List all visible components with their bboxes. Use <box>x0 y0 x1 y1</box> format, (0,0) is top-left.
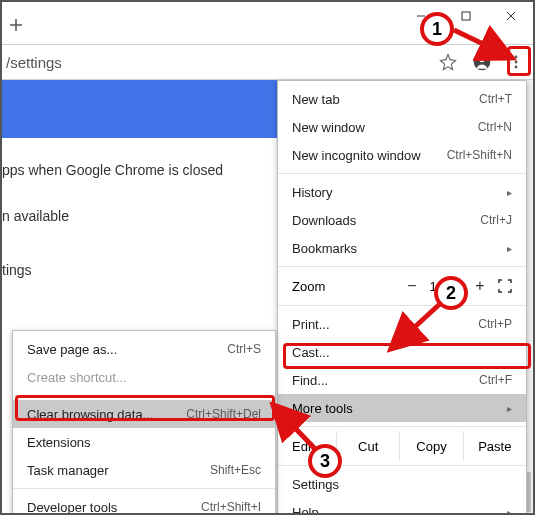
kebab-menu-icon[interactable] <box>499 54 533 70</box>
menu-separator <box>278 465 526 466</box>
svg-point-8 <box>515 56 518 59</box>
menu-history[interactable]: History <box>278 178 526 206</box>
submenu-clear-browsing-data[interactable]: Clear browsing data...Ctrl+Shift+Del <box>13 400 275 428</box>
menu-help[interactable]: Help <box>278 498 526 515</box>
menu-print[interactable]: Print...Ctrl+P <box>278 310 526 338</box>
menu-zoom-row: Zoom − 100% + <box>278 271 526 301</box>
maximize-button[interactable] <box>443 2 488 30</box>
menu-downloads[interactable]: DownloadsCtrl+J <box>278 206 526 234</box>
menu-separator <box>278 173 526 174</box>
menu-more-tools[interactable]: More tools <box>278 394 526 422</box>
menu-separator <box>278 266 526 267</box>
more-tools-submenu: Save page as...Ctrl+S Create shortcut...… <box>12 330 276 515</box>
menu-separator <box>278 305 526 306</box>
menu-new-window[interactable]: New windowCtrl+N <box>278 113 526 141</box>
svg-rect-1 <box>462 12 470 20</box>
menu-settings[interactable]: Settings <box>278 470 526 498</box>
zoom-in-button[interactable]: + <box>468 277 492 295</box>
minimize-button[interactable] <box>398 2 443 30</box>
close-button[interactable] <box>488 2 533 30</box>
edit-label: Edit <box>278 431 336 461</box>
menu-bookmarks[interactable]: Bookmarks <box>278 234 526 262</box>
zoom-value: 100% <box>424 279 468 294</box>
menu-separator <box>13 488 275 489</box>
profile-avatar-icon[interactable] <box>465 52 499 72</box>
page-text: pps when Google Chrome is closed <box>2 162 223 178</box>
fullscreen-icon[interactable] <box>492 279 518 293</box>
submenu-save-page[interactable]: Save page as...Ctrl+S <box>13 335 275 363</box>
menu-cast[interactable]: Cast... <box>278 338 526 366</box>
svg-point-9 <box>515 61 518 64</box>
menu-new-tab[interactable]: New tabCtrl+T <box>278 85 526 113</box>
url-field[interactable]: /settings <box>2 54 431 71</box>
page-text: n available <box>2 208 69 224</box>
menu-separator <box>278 426 526 427</box>
page-text: tings <box>2 262 32 278</box>
chrome-main-menu: New tabCtrl+T New windowCtrl+N New incog… <box>277 80 527 515</box>
svg-point-7 <box>479 57 484 62</box>
submenu-task-manager[interactable]: Task managerShift+Esc <box>13 456 275 484</box>
submenu-create-shortcut: Create shortcut... <box>13 363 275 391</box>
svg-point-10 <box>515 66 518 69</box>
menu-find[interactable]: Find...Ctrl+F <box>278 366 526 394</box>
edit-copy-button[interactable]: Copy <box>399 431 462 461</box>
menu-separator <box>13 395 275 396</box>
submenu-developer-tools[interactable]: Developer toolsCtrl+Shift+I <box>13 493 275 515</box>
zoom-out-button[interactable]: − <box>400 277 424 295</box>
new-tab-button[interactable] <box>2 11 30 39</box>
submenu-extensions[interactable]: Extensions <box>13 428 275 456</box>
edit-paste-button[interactable]: Paste <box>463 431 526 461</box>
menu-edit-row: Edit Cut Copy Paste <box>278 431 526 461</box>
edit-cut-button[interactable]: Cut <box>336 431 399 461</box>
bookmark-star-icon[interactable] <box>431 53 465 71</box>
menu-new-incognito[interactable]: New incognito windowCtrl+Shift+N <box>278 141 526 169</box>
zoom-label: Zoom <box>292 279 400 294</box>
window-controls <box>398 2 533 30</box>
address-bar: /settings <box>2 44 533 80</box>
